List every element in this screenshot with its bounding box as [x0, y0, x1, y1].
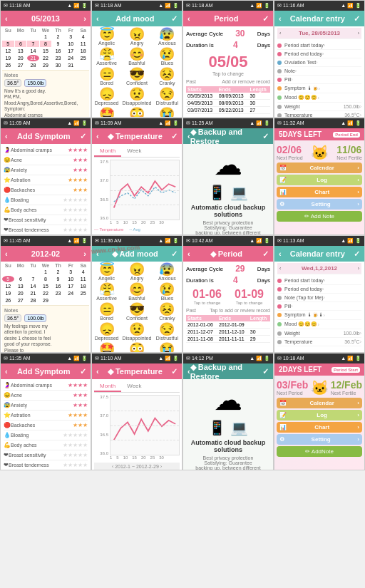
menu-setting-2[interactable]: ⚙ Setting › [277, 434, 362, 445]
menu-log[interactable]: 📝 Log › [277, 175, 362, 185]
stars[interactable]: ★★★ [73, 392, 88, 398]
menu-calendar[interactable]: 📅 Calendar › [277, 163, 362, 173]
entry-row-symptom[interactable]: Symptom 🌡🍺 [277, 84, 361, 93]
end-date-block[interactable]: 01-09 Tap to change [235, 288, 264, 305]
back-icon[interactable]: ‹ [96, 132, 99, 140]
back-icon[interactable]: ‹ [5, 132, 8, 140]
cal-day[interactable]: 3 [65, 269, 77, 275]
entry-row-weight[interactable]: Weight 150.0lb [277, 103, 361, 111]
cal-day[interactable]: 29 [40, 62, 52, 68]
cal-day[interactable]: 25 [77, 55, 89, 61]
cal-day-highlighted[interactable]: 21 [27, 55, 39, 61]
add-mood-2-header[interactable]: ‹ ◆ Add mood ✓ [92, 246, 182, 262]
check-icon[interactable]: ✓ [171, 14, 178, 24]
cal-day[interactable] [27, 269, 39, 275]
cal-day[interactable]: 19 [2, 55, 14, 61]
entry-row-temp[interactable]: Temperature 36.5°C [277, 111, 361, 118]
cal-day[interactable]: 8 [40, 276, 52, 282]
cal-day[interactable]: 23 [52, 290, 64, 296]
entry-row-ovulation[interactable]: Ovulation Test [277, 58, 361, 67]
cal-day[interactable]: 7 [27, 41, 39, 47]
stars[interactable]: ★★★ [73, 422, 88, 428]
cal-day[interactable] [15, 33, 27, 40]
cal-day[interactable]: 15 [40, 283, 52, 289]
stars[interactable]: ★★★★★ [63, 442, 88, 448]
stars[interactable]: ★★★★★ [63, 217, 88, 223]
add-symptom-2-header[interactable]: ‹ Add Symptom ✓ [1, 363, 91, 379]
add-note-button-2[interactable]: ✏ AddNote [277, 446, 362, 457]
cal-day[interactable]: 6 [15, 276, 27, 282]
tab-month[interactable]: Month [94, 146, 121, 157]
cal-day[interactable]: 20 [15, 290, 27, 296]
cal-day[interactable] [2, 269, 14, 275]
cal-day[interactable]: 24 [65, 290, 77, 296]
symptom-anxiety[interactable]: 😰 Anxiety ★★★ [4, 165, 88, 175]
cal-day[interactable]: 2 [52, 269, 64, 275]
arrow-right[interactable]: › [358, 266, 359, 271]
temp-2-header[interactable]: ‹ ◆ Temperature ✓ [92, 363, 182, 379]
mood-embarrassed[interactable]: 😳 Embarrassed [122, 108, 152, 117]
cal-day[interactable]: 3 [65, 33, 77, 40]
cal-day[interactable]: 1 [40, 33, 52, 40]
symptom-body-aches[interactable]: 💪 Body aches ★★★★★ [4, 205, 88, 215]
cal-day[interactable]: 31 [65, 62, 77, 68]
arrow-right[interactable]: › [83, 249, 86, 258]
cal-day[interactable]: 2 [52, 33, 64, 40]
mood-distrustful[interactable]: 😒 Distrustful [154, 88, 180, 105]
entry-2-symptom[interactable]: Symptom 🌡🍺🌡 [277, 311, 361, 320]
mood-2-confident[interactable]: 😎Confident [122, 303, 152, 321]
add-symptom-header[interactable]: ‹ Add Symptom ✓ [1, 128, 91, 144]
check-icon[interactable]: ✓ [262, 14, 269, 24]
check-icon[interactable]: ✓ [171, 367, 178, 376]
mood-bored[interactable]: 😑 Bored [93, 68, 120, 86]
check-icon[interactable]: ✓ [262, 132, 269, 141]
cal-day[interactable]: 18 [77, 48, 89, 54]
entry-2-period-end[interactable]: Period end today [277, 285, 361, 294]
back-icon[interactable]: ‹ [279, 249, 282, 258]
mood-2-anxious[interactable]: 😰Anxious [154, 263, 180, 281]
stars[interactable]: ★★★★ [68, 177, 88, 183]
mood-depressed[interactable]: 😞 Depressed [93, 88, 120, 105]
symptom-2-anxiety[interactable]: 😰 Anxiety ★★★ [4, 401, 88, 411]
entry-2-note[interactable]: Note (Tap for Me) [277, 294, 361, 302]
back-icon[interactable]: ‹ [187, 249, 190, 258]
cal-day[interactable]: 6 [15, 41, 27, 47]
back-icon[interactable]: ‹ [279, 14, 282, 23]
mood-2-dynamic[interactable]: 🤩Dynamic [93, 343, 120, 352]
mood-2-blues[interactable]: 😢Blues [154, 283, 180, 301]
cal-day[interactable]: 28 [27, 62, 39, 68]
arrow-left[interactable]: ‹ [5, 249, 8, 258]
start-date-block[interactable]: 01-06 Tap to change [192, 288, 222, 305]
check-icon[interactable]: ✓ [80, 367, 86, 376]
cal-day[interactable]: 28 [27, 297, 39, 304]
stars[interactable]: ★★★ [73, 157, 88, 163]
cal-day[interactable]: 18 [77, 283, 89, 289]
stars[interactable]: ★★★★★ [63, 227, 88, 233]
cal-day[interactable]: 30 [52, 62, 64, 68]
cal-day[interactable]: 21 [27, 290, 39, 296]
mood-cranky[interactable]: 😣 Cranky [154, 68, 180, 86]
symptom-breast-tend[interactable]: ❤ Breast tenderness ★★★★★ [4, 225, 88, 235]
add-review-label[interactable]: Add or remove record [222, 79, 270, 84]
cal-day[interactable]: 15 [40, 48, 52, 54]
entry-2-period-start[interactable]: Period start today [277, 277, 361, 285]
cal-day[interactable]: 9 [52, 41, 64, 47]
entry-2-mood[interactable]: Mood 😊😊😊 [277, 320, 361, 329]
entry-row-period-start[interactable]: Period start today [277, 41, 361, 50]
arrow-left[interactable]: ‹ [5, 14, 8, 23]
cal-day[interactable]: 16 [52, 48, 64, 54]
entry-2-weight[interactable]: Weight 100.0lb [277, 329, 361, 338]
calendar-header[interactable]: ‹ 05/2013 › [1, 11, 91, 26]
symptom-acne[interactable]: 😣 Acne ★★★ [4, 155, 88, 165]
back-icon[interactable]: ‹ [5, 367, 8, 376]
stars[interactable]: ★★★★★ [63, 197, 88, 203]
cal-day[interactable]: 10 [65, 276, 77, 282]
back-icon[interactable]: ‹ [187, 14, 190, 23]
cal-day[interactable]: 4 [77, 33, 89, 40]
stars[interactable]: ★★★★★ [63, 452, 88, 458]
cal-entry-2-header[interactable]: ‹ Calendar entry ✓ [274, 246, 364, 262]
cal-day[interactable]: 23 [52, 55, 64, 61]
cal-day[interactable]: 17 [65, 48, 77, 54]
cal-day[interactable]: 7 [27, 276, 39, 282]
menu-chart[interactable]: 📊 Chart › [277, 187, 362, 197]
